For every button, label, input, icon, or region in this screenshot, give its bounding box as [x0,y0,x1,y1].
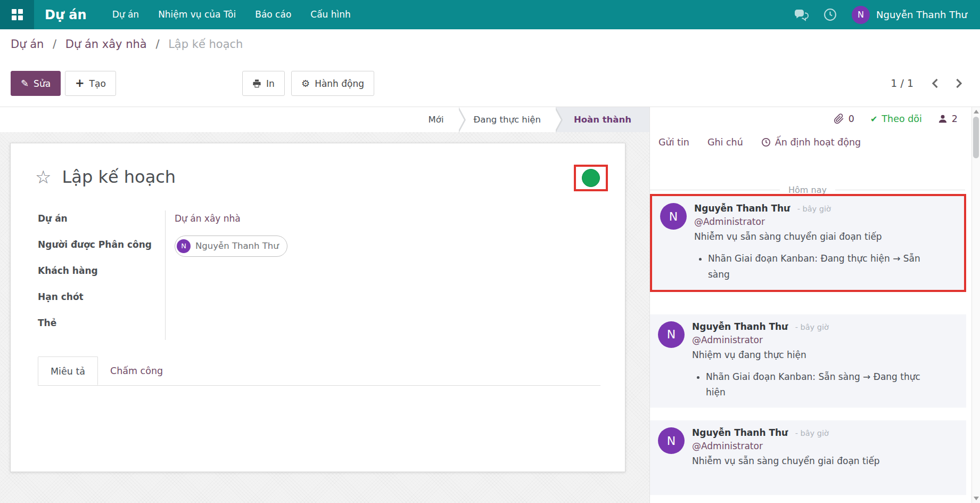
stage-arrow-icon [459,107,466,132]
message-body: Nhiễm vụ sẵn sàng chuyển giai đoạn tiếp [692,456,880,466]
tab-an-dinh-hoat-dong[interactable]: Ấn định hoạt động [761,137,861,148]
breadcrumb-separator: / [53,38,56,51]
message-avatar: N [658,427,685,454]
scrollbar-up-arrow[interactable] [974,110,979,113]
stage-hoan-thanh-label: Hoàn thành [574,115,631,125]
stage-dang-thuc-hien-label: Đang thực hiện [474,115,541,125]
app-brand[interactable]: Dự án [45,7,87,22]
task-title: Lập kế hoạch [62,167,176,187]
message-author[interactable]: Nguyễn Thanh Thư [694,203,790,214]
form-region: Mới Đang thực hiện Hoàn thành ☆ Lập kế h… [0,107,649,503]
apps-grid-icon [12,9,23,20]
user-menu[interactable]: N Nguyễn Thanh Thư [852,6,967,24]
field-group: Dự án Dự án xây nhà Người được Phân công… [35,209,600,340]
breadcrumb-du-an-xay-nha[interactable]: Dự án xây nhà [65,38,147,51]
create-button-label: Tạo [89,78,106,89]
message-time: - bây giờ [797,205,831,213]
stage-moi[interactable]: Mới [414,107,459,132]
tab-ghi-chu[interactable]: Ghi chú [707,137,743,148]
kanban-state-done-indicator[interactable] [582,169,600,187]
followers-count: 2 [952,113,958,124]
vertical-scrollbar[interactable] [971,107,980,503]
attachments-count: 0 [849,113,854,124]
message-avatar: N [658,321,685,348]
field-value-customer[interactable] [165,262,600,288]
stage-hoan-thanh-active[interactable]: Hoàn thành [556,107,649,132]
edit-button-label: Sửa [34,78,51,89]
tracking-values: Nhãn Giai đoạn Kanban: Sẵn sàng → Đang t… [692,369,934,401]
nav-menu-cau-hinh[interactable]: Cấu hình [301,0,360,29]
task-form-sheet: ☆ Lập kế hoạch Dự án Dự án xây nhà Người… [10,143,625,472]
statusbar-strip: Mới Đang thực hiện Hoàn thành [0,107,649,132]
activities-clock-icon[interactable] [823,8,837,21]
sheet-background: ☆ Lập kế hoạch Dự án Dự án xây nhà Người… [0,132,649,503]
message-body: Nhiệm vụ đang thực hiện [692,350,934,360]
field-value-deadline[interactable] [165,288,600,314]
message-content: Nguyễn Thanh Thư - bây giờ @Administrato… [694,203,936,283]
mention-link[interactable]: @Administrator [692,335,763,345]
assignee-name-label: Nguyễn Thanh Thư [195,237,279,255]
edit-button[interactable]: ✎ Sửa [11,71,61,96]
plus-icon: + [75,78,85,89]
follow-button[interactable]: ✔ Theo dõi [870,113,922,124]
chatter-panel: 0 ✔ Theo dõi 2 Gửi tin Ghi chú Ấn định h… [649,107,971,503]
star-favorite-icon[interactable]: ☆ [35,168,51,186]
pager-previous-button[interactable] [932,78,938,88]
chatter-message: N Nguyễn Thanh Thư - bây giờ @Administra… [650,314,966,408]
message-author[interactable]: Nguyễn Thanh Thư [692,321,788,332]
follow-label: Theo dõi [882,113,922,124]
annotation-highlight-box [574,165,608,191]
followers-button[interactable]: 2 [938,113,958,124]
field-value-project-link[interactable]: Dự án xây nhà [175,213,241,224]
message-author[interactable]: Nguyễn Thanh Thư [692,427,788,438]
tab-cham-cong[interactable]: Chấm công [98,356,175,385]
breadcrumb-current: Lập kế hoạch [168,38,243,51]
tracking-value: Nhãn Giai đoạn Kanban: Đang thực hiện → … [708,251,936,283]
print-button-label: In [266,78,275,89]
assignee-avatar: N [177,239,191,253]
messages-icon[interactable] [794,9,809,21]
chatter-topbar: 0 ✔ Theo dõi 2 [834,113,958,124]
mention-link[interactable]: @Administrator [692,441,763,451]
message-body: Nhiễm vụ sẵn sàng chuyển giai đoạn tiếp [694,231,936,242]
mention-link[interactable]: @Administrator [694,216,765,227]
field-value-tags[interactable] [165,314,600,340]
pager-value[interactable]: 1 / 1 [891,77,913,89]
message-content: Nguyễn Thanh Thư - bây giờ @Administrato… [692,321,934,401]
create-button[interactable]: + Tạo [65,71,116,96]
apps-menu-button[interactable] [0,0,34,29]
tab-gui-tin[interactable]: Gửi tin [658,137,689,148]
tab-mieu-ta[interactable]: Miêu tả [38,356,98,385]
scrollbar-thumb[interactable] [973,117,979,158]
stage-dang-thuc-hien[interactable]: Đang thực hiện [459,107,556,132]
field-label-deadline: Hạn chót [35,288,165,314]
chatter-message-highlighted: N Nguyễn Thanh Thư - bây giờ @Administra… [650,194,966,292]
breadcrumb-separator: / [155,38,159,51]
title-row: ☆ Lập kế hoạch [35,167,600,187]
chatter-tabs: Gửi tin Ghi chú Ấn định hoạt động [658,137,861,148]
pencil-icon: ✎ [21,79,29,88]
action-button[interactable]: ⚙ Hành động [291,71,374,96]
nav-menu-bao-cao[interactable]: Báo cáo [245,0,301,29]
assignee-tag[interactable]: N Nguyễn Thanh Thư [175,236,287,257]
pager: 1 / 1 [891,77,962,89]
navbar-right: N Nguyễn Thanh Thư [794,6,980,24]
breadcrumb-du-an[interactable]: Dự án [11,38,44,51]
check-icon: ✔ [870,114,877,124]
action-button-label: Hành động [315,78,364,89]
print-button[interactable]: In [242,71,285,96]
field-label-tags: Thẻ [35,314,165,340]
message-time: - bây giờ [795,429,829,437]
printer-icon [252,79,261,88]
attachments-button[interactable]: 0 [834,113,854,124]
stage-arrow-icon [556,107,563,132]
message-content: Nguyễn Thanh Thư - bây giờ @Administrato… [692,427,880,488]
user-name-label: Nguyễn Thanh Thư [876,9,967,20]
pager-next-button[interactable] [956,78,962,88]
scrollbar-down-arrow[interactable] [974,497,979,500]
person-icon [938,114,948,124]
nav-menu-nhiem-vu-cua-toi[interactable]: Nhiệm vụ của Tôi [149,0,245,29]
message-list: N Nguyễn Thanh Thư - bây giờ @Administra… [650,194,966,503]
nav-menu-du-an[interactable]: Dự án [103,0,149,29]
statusbar: Mới Đang thực hiện Hoàn thành [414,107,649,132]
